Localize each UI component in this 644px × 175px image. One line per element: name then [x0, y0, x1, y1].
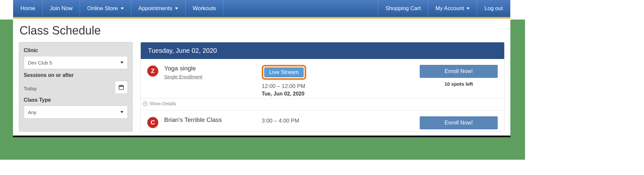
chevron-down-icon	[121, 7, 124, 9]
svg-rect-2	[120, 85, 121, 86]
chevron-down-icon	[175, 7, 178, 9]
class-time: 3:00 – 4:00 PM	[262, 118, 353, 124]
filter-panel: Clinic Dev Club 5 Sessions on or after T…	[19, 42, 133, 132]
class-name: Brian's Terrible Class	[164, 116, 262, 124]
filter-clinic-label: Clinic	[24, 48, 128, 53]
show-details-label: Show Details	[150, 101, 176, 106]
class-block: C Brian's Terrible Class 3:00 – 4:00 PM …	[141, 110, 504, 131]
plus-circle-icon	[143, 101, 148, 106]
nav-item-label: Log out	[484, 5, 503, 12]
nav-home[interactable]: Home	[13, 0, 43, 17]
enroll-button[interactable]: Enroll Now!	[420, 65, 498, 78]
live-stream-highlight: Live Stream	[262, 65, 306, 80]
class-row: Z Yoga single Single Enrollment Live Str…	[141, 59, 504, 98]
calendar-icon	[118, 84, 124, 90]
nav-item-label: Home	[20, 5, 35, 12]
clinic-select[interactable]: Dev Club 5	[24, 56, 128, 69]
nav-item-label: Workouts	[193, 5, 216, 12]
nav-online-store[interactable]: Online Store	[80, 0, 131, 17]
class-name: Yoga single	[164, 65, 262, 72]
class-badge: Z	[147, 66, 158, 77]
class-enrollment-type[interactable]: Single Enrollment	[164, 74, 203, 80]
class-time: 12:00 – 12:00 PM	[262, 83, 353, 90]
nav-shopping-cart[interactable]: Shopping Cart	[378, 0, 428, 17]
nav-item-label: Join Now	[50, 5, 72, 12]
filter-classtype-label: Class Type	[24, 97, 128, 103]
live-stream-badge[interactable]: Live Stream	[264, 67, 304, 77]
nav-workouts[interactable]: Workouts	[186, 0, 224, 17]
class-row: C Brian's Terrible Class 3:00 – 4:00 PM …	[141, 110, 504, 131]
nav-join-now[interactable]: Join Now	[43, 0, 80, 17]
class-block: Z Yoga single Single Enrollment Live Str…	[141, 59, 504, 110]
select-value: Any	[28, 109, 36, 115]
spots-left: 10 spots left	[420, 81, 498, 87]
select-value: Dev Club 5	[28, 60, 52, 66]
show-details-toggle[interactable]: Show Details	[143, 101, 504, 106]
class-badge: C	[147, 117, 158, 128]
schedule-panel: Tuesday, June 02, 2020 Z Yoga single Sin…	[140, 42, 505, 132]
calendar-button[interactable]	[115, 81, 128, 94]
svg-rect-3	[122, 85, 123, 86]
nav-item-label: My Account	[435, 5, 464, 12]
content-row: Clinic Dev Club 5 Sessions on or after T…	[13, 42, 510, 136]
nav-log-out[interactable]: Log out	[477, 0, 510, 17]
nav-my-account[interactable]: My Account	[428, 0, 477, 17]
app-window: Home Join Now Online Store Appointments …	[13, 0, 510, 137]
class-date: Tue, Jun 02, 2020	[262, 91, 353, 97]
chevron-down-icon	[120, 62, 124, 64]
chevron-down-icon	[467, 7, 470, 9]
nav-item-label: Appointments	[138, 5, 172, 12]
nav-appointments[interactable]: Appointments	[131, 0, 186, 17]
navbar: Home Join Now Online Store Appointments …	[13, 0, 510, 17]
schedule-date-header: Tuesday, June 02, 2020	[141, 42, 504, 59]
nav-item-label: Shopping Cart	[386, 5, 421, 12]
svg-rect-1	[119, 86, 124, 87]
filter-sessions-label: Sessions on or after	[24, 72, 128, 78]
classtype-select[interactable]: Any	[24, 106, 128, 119]
sessions-date-value: Today	[24, 86, 37, 91]
chevron-down-icon	[120, 111, 124, 113]
enroll-button[interactable]: Enroll Now!	[420, 116, 498, 129]
nav-item-label: Online Store	[87, 5, 118, 12]
page-title: Class Schedule	[13, 19, 510, 42]
